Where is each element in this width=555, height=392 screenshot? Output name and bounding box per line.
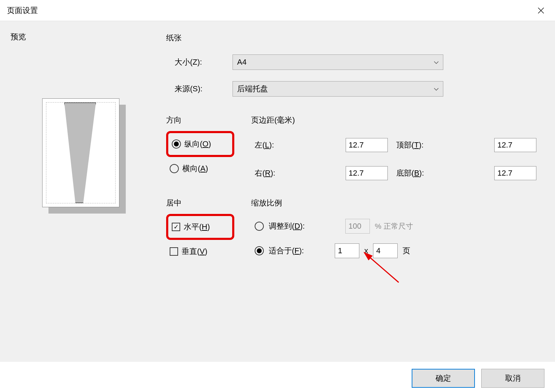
- margin-left-label: 左(L):: [255, 140, 337, 150]
- margin-bottom-input[interactable]: [494, 166, 536, 180]
- preview-box: [42, 98, 119, 207]
- checkbox-horizontal[interactable]: ✓ 水平(H): [166, 214, 234, 240]
- row-orientation-margins: 方向 纵向(O) 横向(A) 页边距(毫米) 左(L): 顶部(T): 右(: [162, 114, 544, 190]
- dialog-title: 页面设置: [7, 5, 38, 16]
- adjust-label: 调整到(D):: [269, 221, 318, 231]
- radio-portrait[interactable]: 纵向(O): [166, 131, 234, 157]
- margin-right-input[interactable]: [346, 166, 388, 180]
- margin-top-label: 顶部(T):: [396, 140, 486, 150]
- orientation-group: 方向 纵向(O) 横向(A): [162, 114, 239, 190]
- paper-size-label: 大小(Z):: [175, 57, 233, 67]
- adjust-suffix: % 正常尺寸: [375, 221, 413, 231]
- paper-size-select[interactable]: A4: [233, 54, 443, 70]
- chevron-down-icon: [434, 86, 439, 92]
- dialog-body: 预览 纸张 大小(Z): A4 来源(S):: [0, 21, 555, 362]
- scaling-title: 缩放比例: [251, 197, 540, 208]
- checkbox-icon: [170, 247, 178, 256]
- radio-portrait-label: 纵向(O): [184, 139, 211, 149]
- chevron-down-icon: [434, 59, 439, 65]
- radio-icon: [255, 246, 264, 255]
- preview-panel: 预览: [11, 32, 151, 362]
- radio-adjust-to[interactable]: 调整到(D): % 正常尺寸: [251, 214, 540, 239]
- close-icon: [537, 7, 544, 14]
- paper-group: 纸张 大小(Z): A4 来源(S): 后端托盘: [162, 32, 544, 107]
- preview-page: [42, 98, 119, 207]
- settings-panel: 纸张 大小(Z): A4 来源(S): 后端托盘: [162, 32, 544, 362]
- scaling-group: 缩放比例 调整到(D): % 正常尺寸 适合于(F): x 页: [247, 197, 544, 270]
- checkbox-vertical[interactable]: 垂直(V): [166, 241, 234, 262]
- radio-icon: [255, 222, 264, 231]
- checkbox-icon: ✓: [172, 223, 180, 231]
- margins-grid: 左(L): 顶部(T): 右(R): 底部(B):: [251, 131, 540, 184]
- paper-title: 纸张: [166, 32, 540, 43]
- centering-title: 居中: [166, 197, 234, 208]
- fit-tall-input[interactable]: [373, 243, 398, 258]
- adjust-value-input: [345, 219, 370, 234]
- preview-label: 预览: [11, 32, 151, 42]
- radio-fit-to[interactable]: 适合于(F): x 页: [251, 239, 540, 263]
- margin-bottom-label: 底部(B):: [396, 168, 486, 178]
- paper-source-label: 来源(S):: [175, 84, 233, 94]
- radio-landscape[interactable]: 横向(A): [166, 158, 234, 179]
- fit-wide-input[interactable]: [335, 243, 359, 258]
- paper-size-row: 大小(Z): A4: [166, 54, 540, 70]
- fit-label: 适合于(F):: [269, 246, 318, 256]
- margin-top-input[interactable]: [494, 138, 536, 152]
- paper-source-row: 来源(S): 后端托盘: [166, 81, 540, 97]
- radio-icon: [170, 164, 179, 173]
- checkbox-vertical-label: 垂直(V): [182, 246, 207, 257]
- close-button[interactable]: [534, 4, 548, 18]
- paper-source-select[interactable]: 后端托盘: [233, 81, 443, 97]
- radio-icon: [172, 139, 181, 149]
- radio-landscape-label: 横向(A): [182, 163, 208, 174]
- margin-left-input[interactable]: [346, 138, 388, 152]
- checkbox-horizontal-label: 水平(H): [184, 222, 210, 232]
- margins-group: 页边距(毫米) 左(L): 顶部(T): 右(R): 底部(B):: [247, 114, 544, 190]
- centering-group: 居中 ✓ 水平(H) 垂直(V): [162, 197, 239, 270]
- row-centering-scaling: 居中 ✓ 水平(H) 垂直(V) 缩放比例 调整到(D): % 正常尺寸: [162, 197, 544, 270]
- paper-size-value: A4: [237, 58, 247, 67]
- margin-right-label: 右(R):: [255, 168, 337, 178]
- button-bar: 确定 取消: [412, 369, 544, 388]
- ok-button[interactable]: 确定: [412, 369, 475, 388]
- fit-suffix: 页: [403, 246, 410, 256]
- cancel-button[interactable]: 取消: [481, 369, 544, 388]
- margins-title: 页边距(毫米): [251, 114, 540, 125]
- fit-separator: x: [364, 246, 368, 255]
- orientation-title: 方向: [166, 114, 234, 125]
- paper-source-value: 后端托盘: [237, 84, 268, 94]
- titlebar: 页面设置: [0, 0, 555, 21]
